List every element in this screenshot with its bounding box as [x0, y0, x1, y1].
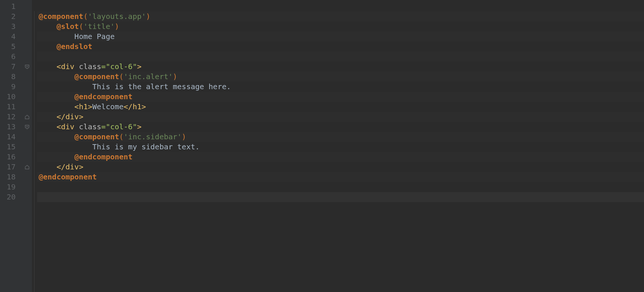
code-text-area[interactable]: @component('layouts.app') @slot('title')… [37, 0, 644, 292]
code-line[interactable]: @component('inc.sidebar') [37, 132, 644, 142]
line-number: 4 [0, 32, 22, 42]
attr-value: "col-6" [106, 122, 137, 131]
code-line[interactable] [37, 182, 644, 192]
line-number: 10 [0, 92, 22, 102]
paren: ) [182, 132, 186, 141]
paren: ( [119, 132, 124, 141]
code-line[interactable]: @endslot [37, 42, 644, 52]
html-tag: > [137, 62, 142, 71]
string-literal: 'inc.sidebar' [124, 132, 182, 141]
code-text: This is the alert message here. [92, 82, 231, 91]
html-tag: <div [56, 122, 79, 131]
blade-directive: @endcomponent [39, 172, 97, 181]
code-line[interactable]: @endcomponent [37, 152, 644, 162]
code-line[interactable]: <div class="col-6"> [37, 62, 644, 72]
code-line[interactable]: <h1>Welcome</h1> [37, 102, 644, 112]
line-number-gutter: 1 2 3 4 5 6 7 8 9 10 11 12 13 14 15 16 1… [0, 0, 22, 292]
html-tag: </h1> [124, 102, 146, 111]
code-line[interactable] [37, 52, 644, 62]
indent-guide [32, 0, 37, 292]
blade-directive: @component [74, 72, 119, 81]
code-text: This is my sidebar text. [92, 142, 200, 151]
line-number: 20 [0, 192, 22, 202]
blade-directive: @component [39, 12, 83, 21]
blade-directive: @endcomponent [74, 152, 133, 161]
line-number: 12 [0, 112, 22, 122]
html-tag: </div> [56, 162, 83, 171]
line-number: 5 [0, 42, 22, 52]
paren: ) [173, 72, 177, 81]
paren: ( [83, 12, 88, 21]
html-tag: <div [56, 62, 79, 71]
line-number: 3 [0, 22, 22, 32]
fold-open-icon[interactable] [22, 62, 32, 72]
line-number: 8 [0, 72, 22, 82]
code-line[interactable]: @component('inc.alert') [37, 72, 644, 82]
paren: ( [119, 72, 124, 81]
paren: ) [115, 22, 119, 31]
code-line[interactable]: Home Page [37, 32, 644, 42]
blade-directive: @endslot [56, 42, 92, 51]
line-number: 15 [0, 142, 22, 152]
html-tag: <h1> [74, 102, 92, 111]
string-literal: 'layouts.app' [88, 12, 146, 21]
line-number: 11 [0, 102, 22, 112]
fold-open-icon[interactable] [22, 122, 32, 132]
blade-directive: @endcomponent [74, 92, 133, 101]
line-number: 2 [0, 12, 22, 22]
code-editor[interactable]: 1 2 3 4 5 6 7 8 9 10 11 12 13 14 15 16 1… [0, 0, 644, 292]
string-literal: 'inc.alert' [124, 72, 173, 81]
code-line[interactable]: </div> [37, 112, 644, 122]
line-number: 13 [0, 122, 22, 132]
line-number: 14 [0, 132, 22, 142]
code-line[interactable]: This is my sidebar text. [37, 142, 644, 152]
code-line[interactable]: @slot('title') [37, 22, 644, 32]
fold-close-icon[interactable] [22, 112, 32, 122]
blade-directive: @slot [56, 22, 79, 31]
line-number: 6 [0, 52, 22, 62]
fold-gutter [22, 0, 32, 292]
code-line[interactable]: @endcomponent [37, 172, 644, 182]
line-number: 1 [0, 1, 22, 12]
paren: ) [146, 12, 150, 21]
string-literal: 'title' [83, 22, 114, 31]
html-attr: class [79, 122, 101, 131]
attr-eq: = [101, 62, 106, 71]
line-number: 19 [0, 182, 22, 192]
code-line[interactable]: This is the alert message here. [37, 82, 644, 92]
code-line[interactable]: @component('layouts.app') [37, 12, 644, 22]
code-line[interactable] [37, 1, 644, 12]
attr-value: "col-6" [106, 62, 137, 71]
line-number: 9 [0, 82, 22, 92]
fold-close-icon[interactable] [22, 162, 32, 172]
code-line-current[interactable] [37, 192, 644, 202]
html-tag: </div> [56, 112, 83, 121]
line-number: 17 [0, 162, 22, 172]
blade-directive: @component [74, 132, 119, 141]
line-number: 16 [0, 152, 22, 162]
line-number: 7 [0, 62, 22, 72]
attr-eq: = [101, 122, 106, 131]
line-number: 18 [0, 172, 22, 182]
code-text: Home Page [74, 32, 114, 41]
html-tag: > [137, 122, 142, 131]
paren: ( [79, 22, 83, 31]
code-line[interactable]: </div> [37, 162, 644, 172]
html-attr: class [79, 62, 101, 71]
code-line[interactable]: <div class="col-6"> [37, 122, 644, 132]
code-text: Welcome [92, 102, 124, 111]
code-line[interactable]: @endcomponent [37, 92, 644, 102]
